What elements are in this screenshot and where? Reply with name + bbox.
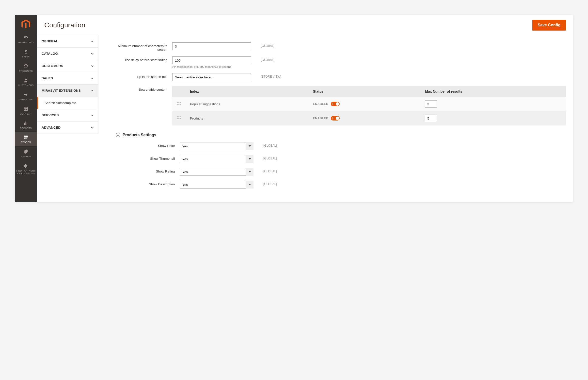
scope-label: [GLOBAL] <box>254 168 277 173</box>
show-rating-select[interactable]: Yes <box>180 168 254 176</box>
magento-logo[interactable] <box>15 15 37 32</box>
config-panel: Minimum number of characters to search [… <box>98 35 573 202</box>
drag-handle-icon[interactable] <box>177 116 181 120</box>
config-section-advanced[interactable]: ADVANCED <box>37 121 98 134</box>
field-hint: >In milliseconds, e.g. 500 means 0.5 of … <box>172 65 251 68</box>
content-area: GENERAL CATALOG CUSTOMERS SALES MIRASVIT… <box>37 35 573 202</box>
config-sub-search-autocomplete[interactable]: Search Autocomplete <box>37 97 98 109</box>
page-title: Configuration <box>44 21 86 29</box>
table-row: Products ENABLED <box>172 111 566 125</box>
sidebar-item-products[interactable]: PRODUCTS <box>15 61 37 75</box>
config-section-label: MIRASVIT EXTENSIONS <box>42 89 81 93</box>
show-thumbnail-select[interactable]: Yes <box>180 155 254 163</box>
sidebar-item-system[interactable]: SYSTEM <box>15 146 37 160</box>
puzzle-icon <box>23 163 28 168</box>
svg-rect-5 <box>180 104 181 105</box>
field-show-price: Show Price Yes [GLOBAL] <box>108 142 566 150</box>
box-icon <box>23 64 28 69</box>
scope-label: [GLOBAL] <box>254 142 277 147</box>
sidebar-item-stores[interactable]: STORES <box>15 132 37 146</box>
field-show-rating: Show Rating Yes [GLOBAL] <box>108 168 566 176</box>
show-price-select[interactable]: Yes <box>180 142 254 150</box>
sidebar-item-customers[interactable]: CUSTOMERS <box>15 75 37 89</box>
max-results-input[interactable] <box>425 100 437 108</box>
admin-sidebar: DASHBOARD SALES PRODUCTS CUSTOMERS MARKE… <box>15 15 37 202</box>
field-label: Show Thumbnail <box>108 155 180 160</box>
chevron-down-icon <box>91 126 94 129</box>
field-delay: The delay before start finding >In milli… <box>108 57 566 68</box>
chevron-down-icon <box>91 65 94 68</box>
sidebar-item-sales[interactable]: SALES <box>15 46 37 61</box>
sidebar-item-label: DASHBOARD <box>18 41 34 44</box>
app-frame: DASHBOARD SALES PRODUCTS CUSTOMERS MARKE… <box>15 15 573 202</box>
status-toggle[interactable] <box>331 102 340 106</box>
config-section-label: CATALOG <box>42 52 58 56</box>
min-chars-input[interactable] <box>172 42 251 50</box>
person-icon <box>23 78 28 83</box>
sidebar-item-label: PRODUCTS <box>19 70 33 73</box>
tip-input[interactable] <box>172 73 251 81</box>
chevron-down-icon <box>91 114 94 117</box>
sidebar-item-label: REPORTS <box>20 127 32 130</box>
config-section-catalog[interactable]: CATALOG <box>37 48 98 60</box>
svg-rect-1 <box>178 102 179 103</box>
status-text: ENABLED <box>313 102 328 106</box>
dollar-icon <box>23 49 28 54</box>
bar-chart-icon <box>23 121 28 126</box>
chevron-down-icon <box>91 52 94 55</box>
field-label: Show Price <box>108 142 180 148</box>
status-toggle[interactable] <box>331 116 340 120</box>
scope-label: [GLOBAL] <box>254 181 277 186</box>
save-config-button[interactable]: Save Config <box>532 20 566 31</box>
sidebar-item-label: FIND PARTNERS & EXTENSIONS <box>15 170 36 175</box>
topbar: Configuration Save Config <box>37 15 573 35</box>
store-icon <box>23 135 28 140</box>
main-area: Configuration Save Config GENERAL CATALO… <box>37 15 573 202</box>
show-description-select[interactable]: Yes <box>180 181 254 189</box>
sidebar-item-label: CONTENT <box>20 113 32 115</box>
sidebar-item-content[interactable]: CONTENT <box>15 103 37 118</box>
chevron-down-icon <box>91 77 94 80</box>
section-title: Products Settings <box>122 133 156 137</box>
scope-label: [STORE VIEW] <box>251 73 281 78</box>
table-header-index: Index <box>186 86 308 97</box>
config-section-label: SALES <box>42 76 53 80</box>
field-searchable-content: Searchable content Index Status Max Numb… <box>108 86 566 125</box>
sidebar-item-dashboard[interactable]: DASHBOARD <box>15 32 37 46</box>
sidebar-item-label: MARKETING <box>18 98 33 101</box>
svg-rect-4 <box>178 104 179 105</box>
scope-label: [GLOBAL] <box>254 155 277 160</box>
config-section-sales[interactable]: SALES <box>37 72 98 85</box>
config-section-label: ADVANCED <box>42 126 61 129</box>
config-section-services[interactable]: SERVICES <box>37 109 98 121</box>
index-cell: Products <box>186 111 308 125</box>
delay-input[interactable] <box>172 57 251 64</box>
config-section-label: GENERAL <box>42 39 58 43</box>
layout-icon <box>23 106 28 111</box>
sidebar-item-partners[interactable]: FIND PARTNERS & EXTENSIONS <box>15 160 37 177</box>
sidebar-item-marketing[interactable]: MARKETING <box>15 89 37 103</box>
config-section-general[interactable]: GENERAL <box>37 35 98 48</box>
megaphone-icon <box>23 92 28 97</box>
config-section-label: SERVICES <box>42 113 59 117</box>
drag-handle-icon[interactable] <box>177 102 181 106</box>
svg-rect-0 <box>177 102 178 103</box>
field-label: Tip in the search box <box>108 73 172 79</box>
sidebar-item-label: STORES <box>21 141 31 144</box>
status-text: ENABLED <box>313 116 328 120</box>
max-results-input[interactable] <box>425 114 437 122</box>
scope-label: [GLOBAL] <box>251 42 275 48</box>
products-settings-header[interactable]: Products Settings <box>116 133 566 137</box>
index-cell: Popular suggestions <box>186 97 308 111</box>
sidebar-item-label: SYSTEM <box>21 155 31 158</box>
sidebar-item-reports[interactable]: REPORTS <box>15 118 37 132</box>
config-section-mirasvit[interactable]: MIRASVIT EXTENSIONS <box>37 85 98 97</box>
chevron-down-icon <box>91 40 94 43</box>
field-label: Show Description <box>108 181 180 186</box>
config-section-customers[interactable]: CUSTOMERS <box>37 60 98 72</box>
svg-rect-8 <box>180 116 181 117</box>
collapse-up-icon <box>116 133 120 137</box>
svg-rect-3 <box>177 104 178 105</box>
svg-rect-2 <box>180 102 181 103</box>
searchable-content-table: Index Status Max Number of results Popul… <box>172 86 566 125</box>
